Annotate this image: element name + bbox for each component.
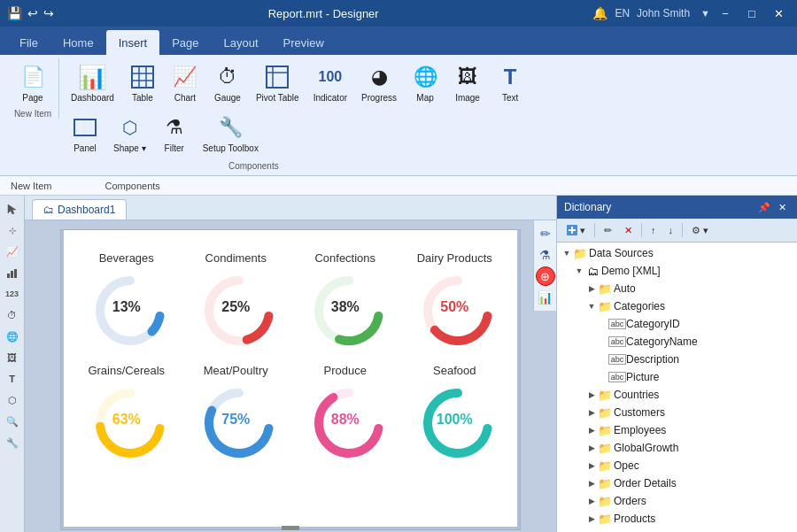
- dict-settings-button[interactable]: ⚙ ▾: [686, 222, 714, 239]
- tool-text[interactable]: T: [3, 369, 22, 389]
- dict-close-button[interactable]: ✕: [774, 199, 790, 215]
- canvas-area: 🗂 Dashboard1: [25, 196, 556, 532]
- tool-settings[interactable]: 🔧: [3, 433, 22, 452]
- tree-item[interactable]: ▼📁Categories: [557, 297, 797, 315]
- gauge-item: Meat/Poultry 75%: [185, 357, 288, 462]
- app-title: Report.mrt - Designer: [54, 7, 592, 20]
- ribbon-btn-indicator[interactable]: 100 Indicator: [307, 58, 353, 107]
- tree-item[interactable]: ▼📁Data Sources: [557, 244, 797, 262]
- notification-bell[interactable]: 🔔: [592, 6, 607, 20]
- redo-icon[interactable]: ↪: [43, 6, 54, 20]
- canvas-tab-dashboard1[interactable]: 🗂 Dashboard1: [32, 199, 127, 220]
- tree-item[interactable]: ▶📁Opec: [557, 457, 797, 474]
- tab-layout[interactable]: Layout: [212, 30, 271, 55]
- tree-item[interactable]: ▶📁Products: [557, 510, 797, 528]
- title-bar-controls: 🔔 EN John Smith ▼ − □ ✕: [592, 4, 790, 22]
- float-btn-pencil[interactable]: ✏: [536, 224, 555, 243]
- ribbon-btn-chart[interactable]: 📈 Chart: [165, 58, 205, 107]
- dict-add-button[interactable]: ▾: [561, 221, 591, 239]
- dictionary-title: Dictionary: [564, 201, 611, 213]
- tree-item[interactable]: abcCategoryID: [557, 315, 797, 333]
- tree-item[interactable]: ▶📁GlobalGrowth: [557, 439, 797, 457]
- dict-down-button[interactable]: ↓: [663, 222, 679, 238]
- tool-gauge[interactable]: ⏱: [3, 305, 22, 325]
- tree-item[interactable]: ▼🗂Demo [XML]: [557, 262, 797, 280]
- ribbon-btn-filter[interactable]: ⚗ Filter: [154, 109, 195, 158]
- maximize-button[interactable]: □: [740, 4, 763, 22]
- ribbon-btn-dashboard[interactable]: 📊 Dashboard: [65, 58, 120, 107]
- tab-preview[interactable]: Preview: [271, 30, 337, 55]
- float-btn-active[interactable]: ⊕: [536, 266, 555, 286]
- language-selector[interactable]: EN: [615, 7, 630, 19]
- gauge-item: Grains/Cereals 63%: [75, 357, 178, 462]
- tool-chart[interactable]: 📈: [3, 242, 22, 261]
- undo-icon[interactable]: ↩: [27, 6, 38, 20]
- dict-delete-button[interactable]: ✕: [619, 222, 638, 239]
- resize-right[interactable]: [517, 230, 520, 529]
- tool-search[interactable]: 🔍: [3, 412, 22, 431]
- tab-insert[interactable]: Insert: [106, 30, 160, 55]
- dict-sep-2: [641, 223, 642, 237]
- ribbon-btn-table[interactable]: Table: [122, 58, 163, 107]
- ribbon-btn-shape[interactable]: ⬡ Shape ▾: [107, 109, 152, 158]
- tool-shape[interactable]: ⬡: [3, 390, 22, 410]
- ribbon-btn-text[interactable]: T Text: [490, 58, 530, 107]
- gauge-value: 100%: [437, 412, 473, 428]
- ribbon-btn-pivot[interactable]: Pivot Table: [250, 58, 306, 107]
- tab-file[interactable]: File: [7, 30, 50, 55]
- ribbon-btn-setup[interactable]: 🔧 Setup Toolbox: [197, 109, 265, 158]
- svg-rect-11: [11, 271, 13, 278]
- close-button[interactable]: ✕: [767, 4, 790, 22]
- gauge-value: 50%: [440, 299, 468, 315]
- tree-node-icon: 📁: [598, 441, 612, 455]
- tree-item[interactable]: ▶📁Auto: [557, 280, 797, 297]
- gauge-item: Beverages 13%: [75, 244, 178, 350]
- tree-item[interactable]: ▶📁Customers: [557, 404, 797, 421]
- user-dropdown-icon[interactable]: ▼: [700, 8, 710, 19]
- tree-expand-icon: ▶: [585, 459, 598, 472]
- gauge-item: Condiments 25%: [185, 244, 288, 350]
- tree-item[interactable]: ▶📁Order Details: [557, 474, 797, 492]
- tree-item[interactable]: abcDescription: [557, 351, 797, 368]
- ribbon-btn-map[interactable]: 🌐 Map: [405, 58, 445, 107]
- tool-pointer[interactable]: ⊹: [3, 220, 22, 240]
- dashboard-canvas: Beverages 13%Condiments 25%Confections 3…: [60, 229, 521, 530]
- resize-left[interactable]: [61, 230, 64, 529]
- ribbon-sub-bar: New Item Components: [0, 176, 797, 196]
- tool-bar-chart[interactable]: [3, 263, 22, 282]
- tool-image[interactable]: 🖼: [3, 348, 22, 367]
- ribbon-btn-gauge[interactable]: ⏱ Gauge: [207, 58, 248, 107]
- tree-item[interactable]: ▶📁Countries: [557, 386, 797, 404]
- ribbon-btn-image[interactable]: 🖼 Image: [447, 58, 488, 107]
- tree-item[interactable]: ▶📁Orders: [557, 492, 797, 510]
- resize-bottom-handle[interactable]: [282, 526, 299, 530]
- float-btn-filter[interactable]: ⚗: [536, 245, 555, 265]
- tree-item[interactable]: abcCategoryName: [557, 333, 797, 351]
- tool-number[interactable]: 123: [3, 284, 22, 304]
- minimize-button[interactable]: −: [714, 4, 737, 22]
- tree-expand-icon: ▼: [573, 265, 585, 277]
- text-icon: T: [496, 63, 524, 91]
- dict-up-button[interactable]: ↑: [646, 222, 662, 238]
- tab-page[interactable]: Page: [159, 30, 211, 55]
- dict-edit-button[interactable]: ✏: [599, 222, 617, 239]
- tree-node-icon: 📁: [598, 405, 612, 420]
- dict-pin-button[interactable]: 📌: [756, 199, 772, 215]
- save-icon[interactable]: 💾: [7, 6, 22, 20]
- tree-node-label: Description: [626, 353, 679, 366]
- ribbon-btn-page[interactable]: 📄 Page: [12, 58, 53, 107]
- group-label-components: Components: [65, 161, 279, 171]
- ribbon-tab-bar: File Home Insert Page Layout Preview: [0, 27, 797, 55]
- tree-item[interactable]: ▶📁Shippers: [557, 528, 797, 532]
- tool-map[interactable]: 🌐: [3, 327, 22, 346]
- tool-select[interactable]: [3, 199, 22, 219]
- components-label: Components: [104, 181, 159, 191]
- tree-item[interactable]: abcPicture: [557, 368, 797, 386]
- ribbon-btn-progress[interactable]: ◕ Progress: [355, 58, 403, 107]
- main-area: ⊹ 📈 123 ⏱ 🌐 🖼 T ⬡ 🔍 🔧 🗂 Dashboard1: [0, 196, 797, 532]
- tab-home[interactable]: Home: [50, 30, 106, 55]
- float-btn-chart[interactable]: 📊: [536, 288, 555, 307]
- ribbon-btn-panel[interactable]: Panel: [65, 109, 105, 158]
- tree-node-icon: abc: [610, 317, 624, 331]
- tree-item[interactable]: ▶📁Employees: [557, 421, 797, 439]
